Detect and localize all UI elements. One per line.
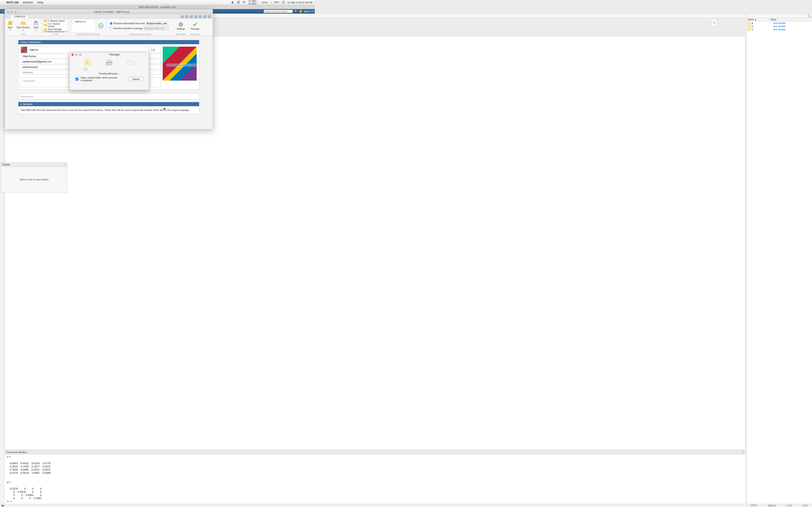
save-icon [33,20,39,26]
package-stage-icons: 101010 [84,59,134,65]
svg-point-8 [180,24,182,25]
mouse-cursor: ➤ [163,107,166,110]
package-status: Creating Binaries... [99,72,120,75]
tb-paste-icon[interactable] [194,15,197,18]
new-button[interactable]: New ▼ [6,20,14,32]
type-python[interactable]: Python Package [43,31,68,33]
close-icon[interactable] [71,53,74,56]
chevron-down-icon[interactable]: ⌄ [64,163,66,166]
runtime-web-radio[interactable]: Runtime downloaded from web [110,21,170,25]
battery-bolt-icon[interactable]: ⚡ 32% [270,1,279,4]
traffic-lights [7,11,17,13]
compiler-title: Library Compiler - eigFunc.prj [19,10,204,13]
open-project-button[interactable]: Open Project ▼ [15,20,31,32]
library-type-list[interactable]: C Shared Library C++ Shared Library Java… [43,19,68,33]
splash-screen-picker[interactable]: Select custom splash screen [163,47,197,80]
tb-more-icon[interactable] [208,15,211,18]
details-header[interactable]: Details ⌄ [1,163,67,167]
folder-icon [126,59,134,65]
library-info-header: Library information [18,40,199,44]
menubar-clock[interactable]: Fri Mar 5 10:47:35 PM [288,1,312,4]
save-icon[interactable] [1,10,5,13]
folder-open-icon [20,20,26,26]
menu-window[interactable]: Window [23,1,33,4]
tab-compiler[interactable]: COMPILER [10,15,29,18]
compiler-titlebar[interactable]: Library Compiler - eigFunc.prj [5,9,213,14]
details-panel: Details ⌄ Select a file to view details [1,163,67,193]
tb-print-icon[interactable] [199,15,202,18]
mac-menubar: MATLAB Window Help 27 KB/s ↑ 15 KB/s ↓ •… [0,0,315,5]
package-dialog-titlebar[interactable]: Package [69,52,149,57]
exported-file[interactable]: eigFunc.m [71,20,95,23]
close-icon[interactable] [7,11,9,13]
open-output-checkbox[interactable] [75,78,79,80]
bell-icon[interactable]: 🔔 [299,10,302,13]
exported-functions-box[interactable]: eigFunc.m [71,19,96,33]
maximize-icon[interactable] [14,11,17,13]
version-input[interactable] [150,47,161,53]
samples-header[interactable]: Samples [18,102,199,106]
app-icon[interactable] [21,47,27,53]
minimize-icon [75,53,78,56]
svg-rect-2 [282,1,284,3]
battery1-icon[interactable]: • 57% [261,1,267,4]
search-documentation-input[interactable] [263,9,293,13]
compiler-ribbon: New ▼ Open Project ▼ Save ▼ [5,18,213,36]
tb-cut-icon[interactable] [185,15,188,18]
settings-button[interactable]: Settings [175,21,186,31]
tb-copy-icon[interactable] [190,15,193,18]
svg-text:010: 010 [86,62,89,64]
installer-web-name[interactable] [146,21,170,25]
search-icon[interactable]: 🔍 [294,10,298,13]
check-icon [192,22,198,27]
compiler-tabbar: COMPILER [5,14,213,18]
sign-in-link[interactable]: Sign In ▾ [304,10,314,13]
package-button[interactable]: Package [189,21,201,31]
plus-icon [98,23,104,29]
type-c-shared[interactable]: C Shared Library [43,19,68,22]
new-icon [7,20,13,26]
gear-icon [178,22,184,27]
tb-undo-icon[interactable] [181,15,184,18]
svg-rect-5 [35,23,37,25]
type-java[interactable]: Java Package [43,28,68,31]
installer-icon [105,59,113,65]
maximize-icon [79,53,82,56]
menu-help[interactable]: Help [37,1,43,4]
add-exported-button[interactable] [97,23,105,29]
svg-rect-4 [35,21,37,22]
tb-help-icon[interactable] [203,15,206,18]
display-icon[interactable] [237,1,240,4]
cancel-button[interactable]: Cancel [129,77,143,81]
runtime-included-radio[interactable]: Runtime included in package [110,26,170,30]
svg-rect-1 [237,1,240,3]
details-message: Select a file to view details [1,167,67,181]
save-button[interactable]: Save ▼ [32,20,40,32]
namespace-input[interactable]: Namespace [18,94,199,99]
tools-icon[interactable] [282,1,285,4]
package-dialog: Package 101010 Creating Binaries... Open… [69,52,149,90]
spinner-icon [84,68,87,71]
binary-icon: 101010 [84,59,92,65]
svg-point-0 [232,1,233,2]
installer-mcr-name [144,26,168,30]
mfile-icon [71,20,74,23]
app-name[interactable]: MATLAB [6,1,18,4]
user-icon[interactable] [231,1,234,4]
matlab-window-title: MATLAB R2020b - academic use [0,5,315,9]
type-cpp-shared[interactable]: C++ Shared Library [43,22,68,28]
minimize-icon[interactable] [10,11,13,13]
istat-icon[interactable]: 27 KB/s ↑ 15 KB/s ↓ [249,0,258,5]
packaging-options: Runtime downloaded from web Runtime incl… [108,20,172,31]
dropbox-icon[interactable] [243,1,246,4]
svg-rect-13 [107,62,112,63]
samples-box: Add MATLAB files that demonstrate how to… [18,106,199,114]
